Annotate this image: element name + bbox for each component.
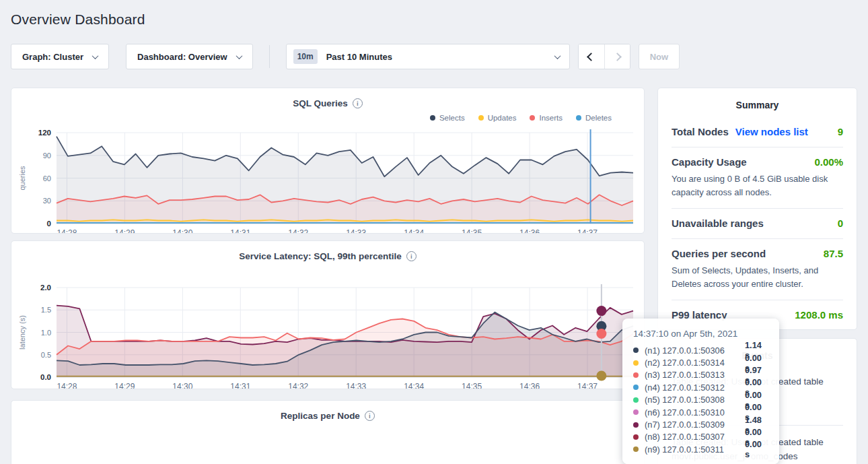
legend-item-selects[interactable]: Selects bbox=[430, 113, 465, 123]
tooltip-rows: (n1) 127.0.0.1:503061.14 s(n2) 127.0.0.1… bbox=[633, 344, 768, 456]
svg-text:14:36: 14:36 bbox=[519, 382, 540, 389]
svg-text:90: 90 bbox=[43, 152, 51, 160]
summary-item-label: Unavailable ranges bbox=[672, 218, 764, 229]
summary-item-value: 87.5 bbox=[824, 248, 843, 259]
tooltip-timestamp: 14:37:10 on Apr 5th, 2021 bbox=[633, 329, 768, 339]
svg-text:14:28: 14:28 bbox=[57, 382, 77, 389]
summary-item-row: Queries per second87.5 bbox=[672, 248, 843, 259]
svg-text:60: 60 bbox=[43, 174, 51, 183]
chart-title: Service Latency: SQL, 99th percentile bbox=[239, 251, 402, 261]
replicas-panel: Replicas per Node bbox=[11, 400, 645, 464]
info-icon[interactable] bbox=[406, 251, 417, 261]
legend-label: Deletes bbox=[585, 114, 612, 122]
svg-text:14:32: 14:32 bbox=[288, 228, 308, 233]
summary-item-value: 1208.0 ms bbox=[795, 309, 843, 321]
latency-chart[interactable]: 14:2814:2914:3014:3114:3214:3314:3414:35… bbox=[11, 281, 645, 389]
time-range-dropdown[interactable]: 10m Past 10 Minutes bbox=[286, 44, 570, 69]
graph-dropdown-label: Graph: Cluster bbox=[22, 52, 83, 62]
svg-text:queries: queries bbox=[18, 166, 26, 191]
chevron-down-icon bbox=[92, 53, 99, 59]
dashboard-dropdown[interactable]: Dashboard: Overview bbox=[126, 44, 253, 69]
legend-label: Selects bbox=[439, 114, 465, 122]
summary-item-label: Total Nodes bbox=[672, 126, 729, 137]
svg-text:14:31: 14:31 bbox=[230, 382, 250, 389]
svg-text:14:30: 14:30 bbox=[172, 382, 192, 389]
summary-item-row: Capacity Usage0.00% bbox=[672, 156, 843, 168]
time-prev-button[interactable] bbox=[579, 44, 604, 69]
svg-text:latency (s): latency (s) bbox=[18, 315, 26, 350]
summary-item-value: 0.00% bbox=[814, 156, 843, 168]
svg-text:14:29: 14:29 bbox=[114, 228, 135, 233]
chevron-left-icon bbox=[587, 53, 595, 61]
legend-dot-icon bbox=[530, 115, 535, 121]
tooltip-node-label: (n3) 127.0.0.1:50313 bbox=[645, 370, 745, 380]
node-color-dot-icon bbox=[633, 372, 639, 378]
info-icon[interactable] bbox=[353, 98, 363, 108]
svg-text:0: 0 bbox=[47, 220, 51, 228]
node-color-dot-icon bbox=[633, 409, 639, 415]
legend-item-updates[interactable]: Updates bbox=[478, 113, 517, 123]
summary-item-label: Queries per second bbox=[672, 248, 766, 259]
controls-bar: Graph: Cluster Dashboard: Overview 10m P… bbox=[11, 44, 857, 69]
node-color-dot-icon bbox=[633, 434, 639, 440]
now-button[interactable]: Now bbox=[639, 44, 680, 69]
chart-tooltip: 14:37:10 on Apr 5th, 2021 (n1) 127.0.0.1… bbox=[622, 319, 779, 464]
summary-item: Unavailable ranges0 bbox=[672, 208, 843, 238]
svg-text:14:35: 14:35 bbox=[462, 382, 482, 389]
node-color-dot-icon bbox=[633, 360, 639, 366]
node-color-dot-icon bbox=[633, 446, 639, 452]
chevron-down-icon bbox=[554, 53, 560, 59]
time-range-badge: 10m bbox=[293, 49, 318, 64]
graph-dropdown[interactable]: Graph: Cluster bbox=[11, 44, 109, 69]
summary-title: Summary bbox=[658, 88, 857, 110]
summary-items: Total NodesView nodes list9Capacity Usag… bbox=[658, 110, 857, 330]
summary-item-row: Unavailable ranges0 bbox=[672, 218, 843, 229]
tooltip-node-label: (n5) 127.0.0.1:50308 bbox=[645, 395, 745, 405]
node-color-dot-icon bbox=[633, 397, 639, 403]
summary-item-subtext: You are using 0 B of 4.5 GiB usable disk… bbox=[672, 172, 843, 199]
svg-text:2.0: 2.0 bbox=[40, 284, 51, 292]
tooltip-row: (n9) 127.0.0.1:503110.00 s bbox=[633, 443, 768, 455]
page-title: Overview Dashboard bbox=[11, 11, 857, 28]
tooltip-node-label: (n6) 127.0.0.1:50310 bbox=[645, 407, 745, 418]
dashboard-dropdown-label: Dashboard: Overview bbox=[137, 52, 227, 62]
tooltip-node-label: (n7) 127.0.0.1:50309 bbox=[645, 420, 745, 430]
chart-title: SQL Queries bbox=[293, 98, 348, 108]
svg-text:14:28: 14:28 bbox=[57, 228, 77, 233]
tooltip-node-label: (n8) 127.0.0.1:50307 bbox=[645, 432, 745, 442]
tooltip-node-label: (n4) 127.0.0.1:50312 bbox=[645, 383, 745, 393]
svg-text:14:30: 14:30 bbox=[172, 228, 192, 233]
svg-text:14:34: 14:34 bbox=[404, 382, 424, 389]
svg-text:1.0: 1.0 bbox=[41, 329, 51, 337]
svg-text:14:33: 14:33 bbox=[346, 382, 366, 389]
node-color-dot-icon bbox=[633, 347, 639, 353]
legend-dot-icon bbox=[478, 115, 484, 121]
summary-item-label: Capacity Usage bbox=[672, 156, 747, 168]
tooltip-node-label: (n2) 127.0.0.1:50314 bbox=[645, 358, 745, 368]
chart-title: Replicas per Node bbox=[281, 411, 360, 421]
view-nodes-link[interactable]: View nodes list bbox=[735, 126, 808, 137]
summary-item: Capacity Usage0.00%You are using 0 B of … bbox=[672, 147, 843, 208]
sql-queries-chart[interactable]: 14:2814:2914:3014:3114:3214:3314:3414:35… bbox=[11, 124, 645, 233]
sql-queries-panel: SQL Queries SelectsUpdatesInsertsDeletes… bbox=[11, 88, 645, 234]
svg-text:14:34: 14:34 bbox=[404, 228, 424, 233]
time-range-label: Past 10 Minutes bbox=[326, 52, 555, 62]
svg-text:120: 120 bbox=[38, 129, 51, 137]
time-pager bbox=[578, 44, 630, 69]
tooltip-node-value: 0.00 s bbox=[745, 439, 768, 459]
legend-dot-icon bbox=[576, 115, 581, 121]
legend-dot-icon bbox=[430, 115, 435, 121]
time-next-button[interactable] bbox=[604, 44, 630, 69]
legend-item-deletes[interactable]: Deletes bbox=[576, 113, 612, 123]
info-icon[interactable] bbox=[365, 411, 375, 421]
legend-item-inserts[interactable]: Inserts bbox=[530, 113, 563, 123]
summary-item-value: 0 bbox=[838, 218, 843, 229]
summary-item-value: 9 bbox=[838, 126, 843, 137]
legend-label: Inserts bbox=[539, 114, 563, 122]
node-color-dot-icon bbox=[633, 385, 639, 390]
node-color-dot-icon bbox=[633, 422, 639, 428]
svg-text:14:32: 14:32 bbox=[288, 382, 308, 389]
svg-text:1.5: 1.5 bbox=[41, 306, 51, 314]
svg-text:14:35: 14:35 bbox=[462, 228, 482, 233]
sql-legend: SelectsUpdatesInsertsDeletes bbox=[11, 113, 644, 123]
